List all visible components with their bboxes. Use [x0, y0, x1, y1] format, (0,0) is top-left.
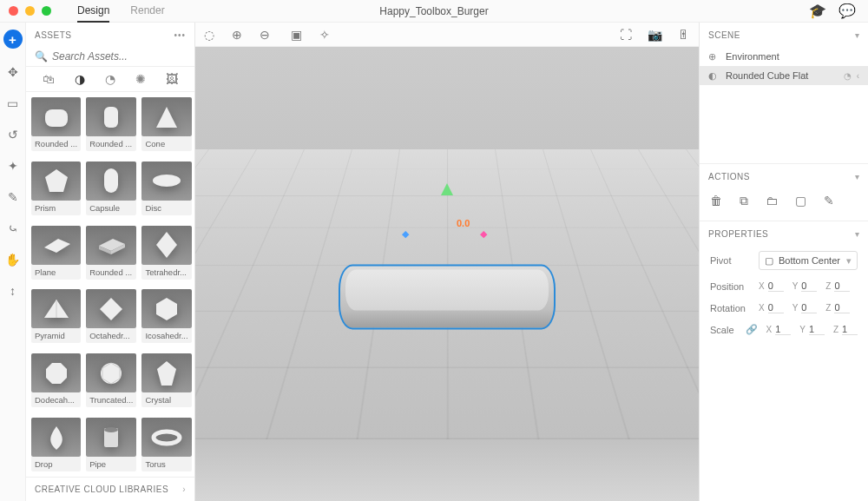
asset-item[interactable]: Disc	[141, 162, 191, 221]
viewport[interactable]: ◆ ◆ 0.0	[195, 47, 699, 501]
asset-label: Drop	[31, 457, 81, 471]
assettab-shapes-icon[interactable]: ◑	[75, 72, 85, 86]
undo-tool[interactable]: ↺	[5, 127, 21, 142]
pivot-select[interactable]: ▢ Bottom Center ▾	[759, 251, 858, 270]
window-max[interactable]	[42, 6, 51, 16]
crop-tool[interactable]: ▭	[5, 96, 21, 111]
rot-z-input[interactable]: 0	[834, 302, 850, 313]
pos-y-input[interactable]: 0	[801, 280, 817, 292]
asset-label: Crystal	[141, 392, 191, 407]
asset-item[interactable]: Pipe	[86, 418, 136, 477]
asset-label: Prism	[31, 201, 81, 215]
rot-y-input[interactable]: 0	[801, 302, 817, 313]
add-selection-icon[interactable]: ⊕	[232, 28, 242, 42]
scale-label: Scale	[710, 325, 739, 335]
asset-item[interactable]: Drop	[31, 418, 81, 477]
asset-item[interactable]: Cone	[141, 97, 191, 156]
select-tool[interactable]: ✥	[5, 64, 21, 80]
pan-tool[interactable]: ✋	[5, 252, 21, 267]
asset-label: Rounded ...	[86, 265, 136, 280]
sub-selection-icon[interactable]: ⊖	[260, 28, 270, 42]
rot-x-input[interactable]: 0	[768, 302, 784, 313]
row-chevron-icon[interactable]: ‹	[857, 71, 859, 81]
assettab-lights-icon[interactable]: ✺	[135, 72, 146, 86]
asset-item[interactable]: Rounded ...	[86, 97, 136, 156]
asset-item[interactable]: Prism	[31, 162, 81, 221]
tab-render[interactable]: Render	[130, 0, 164, 23]
asset-item[interactable]: Torus	[141, 418, 191, 477]
assettab-images-icon[interactable]: 🖼	[166, 72, 178, 86]
scale-z-input[interactable]: 1	[842, 324, 858, 335]
asset-label: Pyramid	[31, 328, 81, 343]
scale-y-input[interactable]: 1	[809, 324, 825, 335]
pos-z-input[interactable]: 0	[834, 280, 850, 292]
scene-row-label: Rounded Cube Flat	[726, 70, 808, 81]
chevron-down-icon[interactable]: ▾	[855, 229, 860, 239]
snap-icon[interactable]: ▣	[291, 28, 302, 42]
asset-label: Pipe	[86, 457, 136, 471]
frame-icon[interactable]: ⛶	[620, 28, 632, 42]
orbit-tool[interactable]: ⤿	[5, 221, 21, 236]
learn-icon[interactable]: 🎓	[809, 3, 826, 19]
asset-label: Dodecah...	[31, 392, 81, 407]
asset-item[interactable]: Tetrahedr...	[141, 226, 191, 285]
asset-item[interactable]: Crystal	[141, 353, 191, 412]
asset-item[interactable]: Icosahedr...	[141, 289, 191, 348]
pivot-value: Bottom Center	[779, 255, 840, 266]
asset-grid: Rounded ... Rounded ... Cone Prism Capsu…	[26, 92, 194, 477]
render-settings-icon[interactable]: 🎚	[678, 28, 690, 42]
add-tool[interactable]: +	[3, 30, 23, 49]
chevron-down-icon[interactable]: ▾	[855, 30, 860, 40]
visibility-icon[interactable]: ◔	[844, 71, 852, 81]
asset-item[interactable]: Truncated...	[86, 353, 136, 412]
scene-row-label: Environment	[726, 51, 779, 62]
group-action-icon[interactable]: 🗀	[766, 194, 778, 208]
feedback-icon[interactable]: 💬	[838, 3, 856, 19]
marquee-select-icon[interactable]: ◌	[204, 28, 214, 42]
asset-item[interactable]: Rounded ...	[31, 97, 81, 156]
asset-item[interactable]: Dodecah...	[31, 353, 81, 412]
properties-heading: PROPERTIES	[708, 229, 768, 239]
svg-point-21	[154, 432, 180, 444]
position-label: Position	[710, 281, 752, 292]
scene-row-object[interactable]: ◐ Rounded Cube Flat ◔ ‹	[700, 66, 868, 85]
assettab-materials-icon[interactable]: ◔	[105, 72, 115, 86]
delete-action-icon[interactable]: 🗑	[710, 194, 722, 208]
search-input[interactable]	[52, 50, 186, 63]
svg-marker-10	[156, 232, 177, 258]
duplicate-action-icon[interactable]: ⧉	[740, 194, 748, 208]
replace-action-icon[interactable]: ▢	[795, 194, 806, 208]
pos-x-input[interactable]: 0	[768, 280, 784, 292]
scene-row-environment[interactable]: ⊕ Environment	[700, 47, 868, 66]
asset-label: Torus	[141, 457, 191, 471]
dolly-tool[interactable]: ↕	[5, 283, 21, 299]
camera-icon[interactable]: 📷	[648, 28, 662, 42]
tab-design[interactable]: Design	[77, 0, 109, 23]
assets-more-button[interactable]: •••	[174, 30, 186, 40]
assettab-models-icon[interactable]: 🛍	[43, 72, 55, 86]
asset-label: Cone	[141, 136, 191, 151]
selected-object[interactable]	[339, 264, 556, 329]
svg-marker-2	[156, 107, 177, 128]
magic-tool[interactable]: ✦	[5, 158, 21, 174]
effects-icon[interactable]: ✧	[319, 28, 330, 42]
svg-point-20	[104, 427, 118, 432]
chevron-down-icon[interactable]: ▾	[855, 172, 860, 181]
window-min[interactable]	[25, 6, 35, 16]
window-close[interactable]	[9, 6, 18, 16]
sample-action-icon[interactable]: ✎	[824, 194, 834, 208]
asset-label: Rounded ...	[31, 136, 81, 151]
search-icon: 🔍	[35, 50, 47, 63]
mesh-icon: ◐	[708, 70, 719, 82]
asset-item[interactable]: Rounded ...	[86, 226, 136, 285]
asset-item[interactable]: Plane	[31, 226, 81, 285]
svg-marker-18	[157, 361, 176, 386]
eyedropper-tool[interactable]: ✎	[5, 189, 21, 205]
svg-point-16	[101, 363, 122, 384]
asset-item[interactable]: Pyramid	[31, 289, 81, 348]
scale-x-input[interactable]: 1	[775, 324, 791, 335]
scale-lock-icon[interactable]: 🔗	[746, 324, 758, 335]
asset-item[interactable]: Capsule	[86, 162, 136, 221]
asset-item[interactable]: Octahedr...	[86, 289, 136, 348]
cc-libraries-toggle[interactable]: CREATIVE CLOUD LIBRARIES ›	[26, 477, 194, 501]
